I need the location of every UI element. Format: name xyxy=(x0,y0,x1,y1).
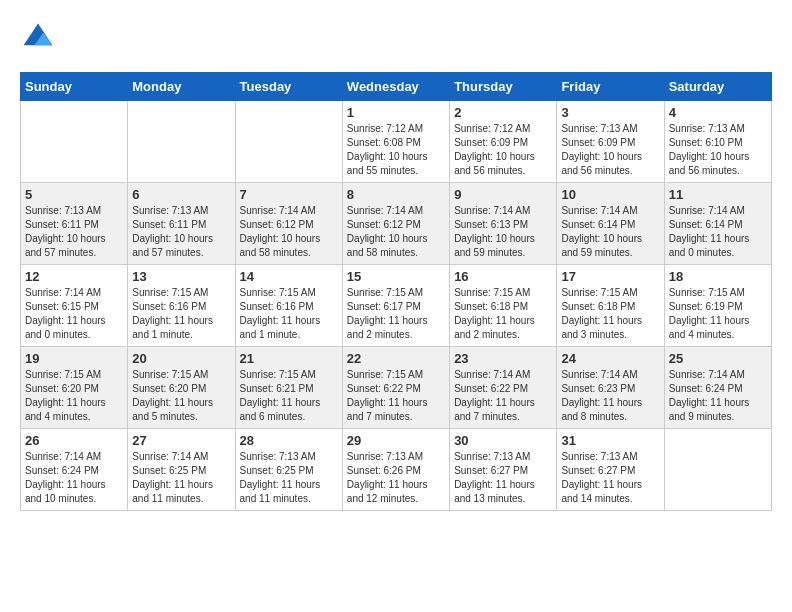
calendar-cell: 31Sunrise: 7:13 AM Sunset: 6:27 PM Dayli… xyxy=(557,429,664,511)
calendar-cell: 26Sunrise: 7:14 AM Sunset: 6:24 PM Dayli… xyxy=(21,429,128,511)
day-number: 29 xyxy=(347,433,445,448)
day-info: Sunrise: 7:15 AM Sunset: 6:20 PM Dayligh… xyxy=(132,368,230,424)
day-info: Sunrise: 7:13 AM Sunset: 6:09 PM Dayligh… xyxy=(561,122,659,178)
day-info: Sunrise: 7:15 AM Sunset: 6:18 PM Dayligh… xyxy=(561,286,659,342)
day-info: Sunrise: 7:13 AM Sunset: 6:27 PM Dayligh… xyxy=(561,450,659,506)
day-info: Sunrise: 7:14 AM Sunset: 6:23 PM Dayligh… xyxy=(561,368,659,424)
day-number: 30 xyxy=(454,433,552,448)
calendar-cell: 14Sunrise: 7:15 AM Sunset: 6:16 PM Dayli… xyxy=(235,265,342,347)
day-number: 12 xyxy=(25,269,123,284)
calendar-cell: 23Sunrise: 7:14 AM Sunset: 6:22 PM Dayli… xyxy=(450,347,557,429)
calendar-cell: 4Sunrise: 7:13 AM Sunset: 6:10 PM Daylig… xyxy=(664,101,771,183)
calendar-table: SundayMondayTuesdayWednesdayThursdayFrid… xyxy=(20,72,772,511)
logo-icon xyxy=(20,20,56,56)
calendar-week-row: 26Sunrise: 7:14 AM Sunset: 6:24 PM Dayli… xyxy=(21,429,772,511)
day-info: Sunrise: 7:14 AM Sunset: 6:15 PM Dayligh… xyxy=(25,286,123,342)
calendar-cell: 10Sunrise: 7:14 AM Sunset: 6:14 PM Dayli… xyxy=(557,183,664,265)
day-info: Sunrise: 7:15 AM Sunset: 6:16 PM Dayligh… xyxy=(132,286,230,342)
calendar-cell: 17Sunrise: 7:15 AM Sunset: 6:18 PM Dayli… xyxy=(557,265,664,347)
calendar-header-row: SundayMondayTuesdayWednesdayThursdayFrid… xyxy=(21,73,772,101)
calendar-cell: 28Sunrise: 7:13 AM Sunset: 6:25 PM Dayli… xyxy=(235,429,342,511)
calendar-cell: 25Sunrise: 7:14 AM Sunset: 6:24 PM Dayli… xyxy=(664,347,771,429)
calendar-cell: 15Sunrise: 7:15 AM Sunset: 6:17 PM Dayli… xyxy=(342,265,449,347)
calendar-cell: 12Sunrise: 7:14 AM Sunset: 6:15 PM Dayli… xyxy=(21,265,128,347)
day-number: 11 xyxy=(669,187,767,202)
calendar-cell: 16Sunrise: 7:15 AM Sunset: 6:18 PM Dayli… xyxy=(450,265,557,347)
day-number: 7 xyxy=(240,187,338,202)
day-number: 2 xyxy=(454,105,552,120)
day-info: Sunrise: 7:15 AM Sunset: 6:19 PM Dayligh… xyxy=(669,286,767,342)
day-number: 28 xyxy=(240,433,338,448)
day-number: 14 xyxy=(240,269,338,284)
day-info: Sunrise: 7:15 AM Sunset: 6:18 PM Dayligh… xyxy=(454,286,552,342)
day-number: 13 xyxy=(132,269,230,284)
day-number: 17 xyxy=(561,269,659,284)
calendar-cell: 21Sunrise: 7:15 AM Sunset: 6:21 PM Dayli… xyxy=(235,347,342,429)
calendar-cell xyxy=(21,101,128,183)
calendar-cell xyxy=(664,429,771,511)
day-info: Sunrise: 7:14 AM Sunset: 6:12 PM Dayligh… xyxy=(347,204,445,260)
day-number: 1 xyxy=(347,105,445,120)
calendar-cell: 24Sunrise: 7:14 AM Sunset: 6:23 PM Dayli… xyxy=(557,347,664,429)
calendar-week-row: 19Sunrise: 7:15 AM Sunset: 6:20 PM Dayli… xyxy=(21,347,772,429)
day-number: 24 xyxy=(561,351,659,366)
day-info: Sunrise: 7:14 AM Sunset: 6:22 PM Dayligh… xyxy=(454,368,552,424)
logo xyxy=(20,20,60,56)
calendar-cell: 11Sunrise: 7:14 AM Sunset: 6:14 PM Dayli… xyxy=(664,183,771,265)
day-info: Sunrise: 7:13 AM Sunset: 6:27 PM Dayligh… xyxy=(454,450,552,506)
calendar-cell: 2Sunrise: 7:12 AM Sunset: 6:09 PM Daylig… xyxy=(450,101,557,183)
calendar-header-saturday: Saturday xyxy=(664,73,771,101)
calendar-cell: 29Sunrise: 7:13 AM Sunset: 6:26 PM Dayli… xyxy=(342,429,449,511)
calendar-week-row: 1Sunrise: 7:12 AM Sunset: 6:08 PM Daylig… xyxy=(21,101,772,183)
day-number: 27 xyxy=(132,433,230,448)
page-header xyxy=(20,20,772,56)
day-number: 19 xyxy=(25,351,123,366)
calendar-cell xyxy=(235,101,342,183)
day-number: 18 xyxy=(669,269,767,284)
calendar-header-friday: Friday xyxy=(557,73,664,101)
day-info: Sunrise: 7:15 AM Sunset: 6:20 PM Dayligh… xyxy=(25,368,123,424)
day-number: 8 xyxy=(347,187,445,202)
calendar-header-tuesday: Tuesday xyxy=(235,73,342,101)
day-info: Sunrise: 7:15 AM Sunset: 6:21 PM Dayligh… xyxy=(240,368,338,424)
day-number: 5 xyxy=(25,187,123,202)
day-info: Sunrise: 7:15 AM Sunset: 6:16 PM Dayligh… xyxy=(240,286,338,342)
day-number: 25 xyxy=(669,351,767,366)
day-info: Sunrise: 7:14 AM Sunset: 6:13 PM Dayligh… xyxy=(454,204,552,260)
day-number: 3 xyxy=(561,105,659,120)
day-info: Sunrise: 7:14 AM Sunset: 6:14 PM Dayligh… xyxy=(561,204,659,260)
calendar-header-thursday: Thursday xyxy=(450,73,557,101)
day-info: Sunrise: 7:14 AM Sunset: 6:12 PM Dayligh… xyxy=(240,204,338,260)
calendar-cell: 22Sunrise: 7:15 AM Sunset: 6:22 PM Dayli… xyxy=(342,347,449,429)
day-number: 10 xyxy=(561,187,659,202)
day-info: Sunrise: 7:13 AM Sunset: 6:10 PM Dayligh… xyxy=(669,122,767,178)
day-number: 20 xyxy=(132,351,230,366)
day-number: 16 xyxy=(454,269,552,284)
day-info: Sunrise: 7:13 AM Sunset: 6:11 PM Dayligh… xyxy=(132,204,230,260)
day-number: 31 xyxy=(561,433,659,448)
day-info: Sunrise: 7:14 AM Sunset: 6:24 PM Dayligh… xyxy=(669,368,767,424)
day-number: 23 xyxy=(454,351,552,366)
calendar-cell: 5Sunrise: 7:13 AM Sunset: 6:11 PM Daylig… xyxy=(21,183,128,265)
calendar-cell: 3Sunrise: 7:13 AM Sunset: 6:09 PM Daylig… xyxy=(557,101,664,183)
day-info: Sunrise: 7:13 AM Sunset: 6:11 PM Dayligh… xyxy=(25,204,123,260)
day-number: 26 xyxy=(25,433,123,448)
calendar-cell: 30Sunrise: 7:13 AM Sunset: 6:27 PM Dayli… xyxy=(450,429,557,511)
day-number: 4 xyxy=(669,105,767,120)
calendar-header-wednesday: Wednesday xyxy=(342,73,449,101)
calendar-cell: 8Sunrise: 7:14 AM Sunset: 6:12 PM Daylig… xyxy=(342,183,449,265)
calendar-cell: 7Sunrise: 7:14 AM Sunset: 6:12 PM Daylig… xyxy=(235,183,342,265)
day-number: 9 xyxy=(454,187,552,202)
calendar-header-sunday: Sunday xyxy=(21,73,128,101)
day-info: Sunrise: 7:15 AM Sunset: 6:17 PM Dayligh… xyxy=(347,286,445,342)
day-info: Sunrise: 7:12 AM Sunset: 6:08 PM Dayligh… xyxy=(347,122,445,178)
day-number: 22 xyxy=(347,351,445,366)
calendar-week-row: 12Sunrise: 7:14 AM Sunset: 6:15 PM Dayli… xyxy=(21,265,772,347)
calendar-cell: 1Sunrise: 7:12 AM Sunset: 6:08 PM Daylig… xyxy=(342,101,449,183)
day-number: 15 xyxy=(347,269,445,284)
day-info: Sunrise: 7:14 AM Sunset: 6:25 PM Dayligh… xyxy=(132,450,230,506)
calendar-cell: 18Sunrise: 7:15 AM Sunset: 6:19 PM Dayli… xyxy=(664,265,771,347)
calendar-cell: 13Sunrise: 7:15 AM Sunset: 6:16 PM Dayli… xyxy=(128,265,235,347)
calendar-cell: 19Sunrise: 7:15 AM Sunset: 6:20 PM Dayli… xyxy=(21,347,128,429)
calendar-cell: 20Sunrise: 7:15 AM Sunset: 6:20 PM Dayli… xyxy=(128,347,235,429)
